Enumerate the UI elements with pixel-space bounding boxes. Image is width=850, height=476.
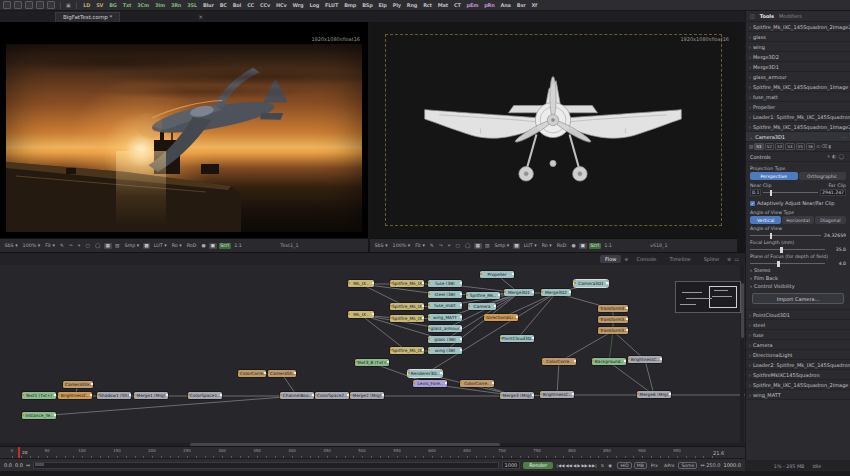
flow-node-wing-matt[interactable]: wing_MATT xyxy=(428,314,462,321)
viewer-tool[interactable]: ▧ xyxy=(484,243,492,249)
flow-node-spitfire-mk-ix-[interactable]: Spitfire_Mk_IX.. xyxy=(390,347,424,354)
lock-icon[interactable]: ▣ xyxy=(66,2,71,8)
flow-node-colorcorre-[interactable]: ColorCorre.. xyxy=(238,370,266,377)
toolbar-tool-ana[interactable]: Ana xyxy=(499,2,512,8)
viewer-tool[interactable]: RoD xyxy=(555,243,568,249)
camera3d-header-row[interactable]: ⌄ Camera3D1 ◦◦ xyxy=(746,132,850,142)
flow-node-camerash-[interactable]: CameraSh.. xyxy=(268,370,296,377)
viewer-tool[interactable]: ▣ xyxy=(209,243,217,249)
toggle-some[interactable]: Some xyxy=(678,462,697,469)
tool-row-spitfire-mk-ixc-145squadron-2image[interactable]: ›Spitfire_Mk_IXC_145Squadron_2Image xyxy=(746,380,850,390)
focal-value[interactable]: 35.0 xyxy=(828,247,846,252)
horizontal-button[interactable]: Horizontal xyxy=(782,216,813,224)
toolbar-tool-hcv[interactable]: HCv xyxy=(275,2,289,8)
tool-row-camera[interactable]: ›Camera xyxy=(746,340,850,350)
loop-button[interactable]: ↻ xyxy=(600,463,605,468)
flow-node-text3-8-txt-[interactable]: Text3_8 (Txt+) xyxy=(355,359,389,366)
header-icon[interactable]: ⊙ xyxy=(816,144,820,149)
toolbar-tool-bol[interactable]: Bol xyxy=(231,2,242,8)
viewer-tool[interactable]: ● xyxy=(570,243,577,249)
toolbar-tool-blur[interactable]: Blur xyxy=(201,2,215,8)
flow-node-transform3-[interactable]: Transform3.. xyxy=(598,305,628,312)
workspace-tab-flow[interactable]: Flow xyxy=(600,255,621,263)
toggle-aprx[interactable]: APrx xyxy=(662,463,676,468)
window-icon[interactable] xyxy=(36,1,44,9)
timeline-scrollbar[interactable] xyxy=(33,462,498,469)
tool-row-loader1-spitfire-mk-ixc-145squadron-png[interactable]: ›Loader1: Spitfire_Mk_IXC_145Squadron_#.… xyxy=(746,112,850,122)
flow-node-colorcorre-[interactable]: ColorCorre.. xyxy=(542,358,576,365)
toolbar-tool-bsr[interactable]: Bsr xyxy=(515,2,527,8)
flow-node-glass-3b-[interactable]: glass (3B) xyxy=(428,336,462,343)
diagonal-button[interactable]: Diagonal xyxy=(815,216,846,224)
viewer-tool[interactable]: ◯ xyxy=(464,243,472,249)
audio-button[interactable]: ◉ xyxy=(608,463,613,468)
flow-node-colorspace2-[interactable]: ColorSpace2.. xyxy=(315,392,349,399)
camera-header-icons[interactable]: ◦◦ xyxy=(841,134,847,140)
viewer-tool[interactable]: SbS ▾ xyxy=(373,243,389,249)
flow-node-fuse-matt[interactable]: fuse_matt xyxy=(428,302,462,309)
far-clip-input[interactable]: 2941.247 xyxy=(820,189,846,196)
toolbar-tool-ld[interactable]: LD xyxy=(82,2,92,8)
viewer-tool[interactable]: ▣ xyxy=(579,243,587,249)
flow-node-merge6-mrg-[interactable]: Merge6 (Mrg) xyxy=(637,391,671,398)
viewer-tool[interactable]: ⌖ xyxy=(446,243,452,249)
workspace-tab-icon[interactable]: ⊕ xyxy=(624,256,628,262)
tab-close-icon[interactable]: × xyxy=(198,13,203,20)
tool-row-loader2-spitfire-mk-ixc-145squadron-png[interactable]: ›Loader2: Spitfire_Mk_IXC_145Squadron_#.… xyxy=(746,360,850,370)
version-s5[interactable]: S5 xyxy=(796,143,805,150)
viewer-tool[interactable]: Ro ▾ xyxy=(540,243,553,249)
header-icon[interactable]: ▮ xyxy=(828,144,830,149)
tool-row-wing[interactable]: ›wing xyxy=(746,42,850,52)
toolbar-tool-3sl[interactable]: 3SL xyxy=(186,2,199,8)
version-s2[interactable]: S2 xyxy=(765,143,774,150)
viewer-tool[interactable]: 1:1 xyxy=(603,243,614,249)
flow-node-wing-3b-[interactable]: wing (3B) xyxy=(428,347,462,354)
viewer-tool[interactable]: Ro ▾ xyxy=(170,243,183,249)
toolbar-tool-cc[interactable]: CC xyxy=(246,2,256,8)
viewer-tool[interactable]: ✑ xyxy=(67,243,74,249)
tool-row-glass-armour[interactable]: ›glass_armour xyxy=(746,72,850,82)
viewer-tool[interactable]: ▢ xyxy=(84,243,92,249)
flow-node-camera[interactable]: Camera xyxy=(468,303,496,310)
viewer-tool[interactable]: ✎ xyxy=(58,243,65,249)
toolbar-tool-ccv[interactable]: CCv xyxy=(259,2,272,8)
clip-slider[interactable] xyxy=(763,192,818,193)
toggle-mb[interactable]: MB xyxy=(634,462,647,469)
flow-node-transform3-[interactable]: Transform3.. xyxy=(598,316,628,323)
flow-node-merge2-mrg-[interactable]: Merge2 (Mrg) xyxy=(350,392,384,399)
toolbar-tool-wrg[interactable]: Wrg xyxy=(291,2,305,8)
workspace-tab-timeline[interactable]: Timeline xyxy=(664,255,695,263)
toolbar-tool-bsp[interactable]: BSp xyxy=(361,2,374,8)
flow-node-background-[interactable]: Background.. xyxy=(592,358,626,365)
workspace-tab-icon[interactable]: ⊕ xyxy=(727,256,731,262)
window-icon[interactable] xyxy=(14,1,22,9)
viewer-tool[interactable]: ▧ xyxy=(114,243,122,249)
flow-node-text1-txt-[interactable]: Text1 (Txt+) xyxy=(22,392,56,399)
viewer-tool[interactable]: 100% ▾ xyxy=(391,243,412,249)
toolbar-tool-pem[interactable]: pEm xyxy=(465,2,480,8)
tool-row-spitfiremkixc145squadron[interactable]: ›SpitfireMkIXC145Squadron xyxy=(746,370,850,380)
window-icon[interactable] xyxy=(3,1,11,9)
flow-node-levis-fore-[interactable]: Levis_Fore.. xyxy=(413,380,447,387)
viewer-tool[interactable]: 1:1 xyxy=(233,243,244,249)
version-s1[interactable]: S1 xyxy=(754,143,763,150)
transport-button[interactable]: ▶▶| xyxy=(588,463,597,468)
viewer-tool[interactable]: ◯ xyxy=(94,243,102,249)
aov-value[interactable]: 24.32659 xyxy=(824,233,846,238)
tool-row-steel[interactable]: ›steel xyxy=(746,320,850,330)
version-s6[interactable]: S6 xyxy=(806,143,815,150)
flow-node-camera3d1[interactable]: Camera3D1 xyxy=(574,280,608,287)
flow-node-brightnessc-[interactable]: BrightnessC.. xyxy=(628,356,662,363)
pof-value[interactable]: 4.0 xyxy=(828,261,846,266)
toolbar-tool-mat[interactable]: Mat xyxy=(436,2,449,8)
viewer-tool[interactable]: 100% ▾ xyxy=(21,243,42,249)
toolbar-tool-txt[interactable]: Txt xyxy=(121,2,132,8)
flow-node-propeller[interactable]: Propeller xyxy=(480,271,514,278)
tool-row-merge3d1[interactable]: ›Merge3D1 xyxy=(746,62,850,72)
adaptive-clip-checkbox[interactable]: ✓ Adaptively Adjust Near/Far Clip xyxy=(750,200,846,206)
flow-node-steel-3b-[interactable]: steel (3B) xyxy=(428,291,462,298)
workspace-tab-spline[interactable]: Spline xyxy=(699,255,724,263)
header-icon[interactable]: ⌫ xyxy=(821,144,827,149)
toolbar-tool-ply[interactable]: Ply xyxy=(391,2,402,8)
tool-row-wing-matt[interactable]: ›wing_MATT xyxy=(746,390,850,400)
